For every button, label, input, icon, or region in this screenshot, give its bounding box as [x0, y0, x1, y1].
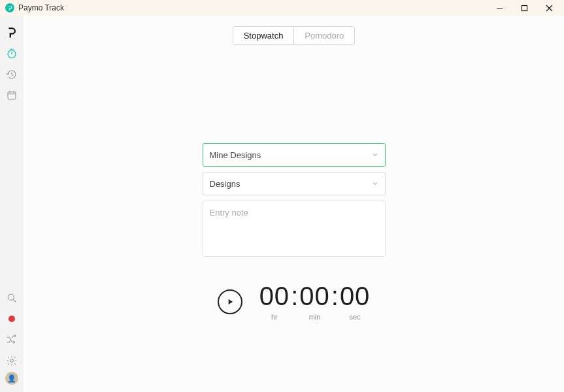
window-close-button[interactable] — [537, 0, 561, 16]
titlebar: Paymo Track — [0, 0, 564, 16]
task-select[interactable]: Designs — [203, 172, 386, 195]
project-select-value: Mine Designs — [210, 150, 261, 160]
record-icon — [8, 316, 15, 322]
sidebar-settings[interactable] — [0, 350, 24, 371]
timer-minutes-label: min — [309, 313, 321, 321]
tab-pomodoro[interactable]: Pomodoro — [293, 27, 354, 44]
tab-stopwatch[interactable]: Stopwatch — [233, 27, 294, 44]
task-select-value: Designs — [210, 179, 241, 189]
timer-row: 00 hr : 00 min : 00 sec — [24, 283, 564, 321]
sidebar-record[interactable] — [0, 308, 24, 329]
avatar: 👤 — [5, 372, 18, 385]
timer-seconds-label: sec — [350, 313, 361, 321]
sidebar-calendar[interactable] — [0, 85, 24, 106]
sidebar-logo[interactable] — [0, 22, 24, 43]
play-button[interactable] — [218, 289, 242, 314]
sidebar-avatar[interactable]: 👤 — [0, 371, 24, 392]
entry-note-input[interactable] — [203, 201, 386, 257]
main-area: Stopwatch Pomodoro Mine Designs Designs — [24, 16, 564, 392]
chevron-down-icon — [372, 150, 378, 160]
sidebar: 👤 — [0, 16, 24, 392]
timer-seconds: 00 — [340, 283, 371, 309]
timer-display: 00 hr : 00 min : 00 sec — [259, 283, 371, 321]
sidebar-timer[interactable] — [0, 43, 24, 64]
timer-hours: 00 — [259, 283, 290, 309]
sidebar-shuffle[interactable] — [0, 329, 24, 350]
mode-tabs: Stopwatch Pomodoro — [24, 26, 564, 45]
play-icon — [225, 297, 235, 306]
chevron-down-icon — [372, 179, 378, 189]
app-icon — [5, 3, 14, 12]
svg-rect-2 — [8, 92, 16, 99]
window-minimize-button[interactable] — [487, 0, 512, 16]
app-title: Paymo Track — [18, 3, 64, 12]
timer-hours-label: hr — [271, 313, 278, 321]
sidebar-history[interactable] — [0, 64, 24, 85]
svg-rect-0 — [522, 5, 527, 10]
sidebar-search[interactable] — [0, 287, 24, 308]
svg-point-4 — [10, 359, 14, 363]
project-select[interactable]: Mine Designs — [203, 143, 386, 167]
timer-minutes: 00 — [299, 283, 330, 309]
window-maximize-button[interactable] — [512, 0, 537, 16]
